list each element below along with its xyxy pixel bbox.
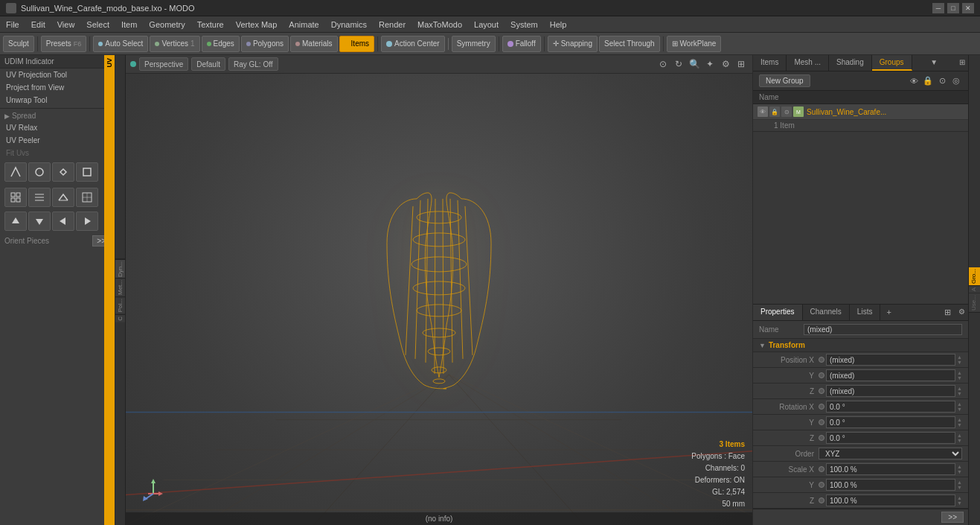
rot-x-up[interactable]: ▲: [957, 401, 962, 407]
pos-x-down[interactable]: ▼: [957, 360, 962, 365]
materials-button[interactable]: Materials: [290, 36, 338, 52]
pt-expand-btn[interactable]: ⊞: [940, 305, 955, 320]
edges-button[interactable]: Edges: [202, 36, 240, 52]
order-select[interactable]: XYZ: [819, 448, 962, 459]
menu-help[interactable]: Help: [544, 16, 573, 32]
window-controls[interactable]: ─ □ ✕: [932, 3, 974, 13]
strip-label-pol[interactable]: Pol...: [115, 296, 125, 314]
scale-z-up[interactable]: ▲: [957, 495, 962, 500]
rotation-y-input[interactable]: [826, 416, 955, 428]
group-item-carafe[interactable]: 👁 🔒 ⊙ M Sullivan_Wine_Carafe...: [753, 104, 968, 120]
menu-animate[interactable]: Animate: [283, 16, 324, 32]
transform-section[interactable]: ▼ Transform: [753, 339, 968, 352]
menu-edit[interactable]: Edit: [25, 16, 51, 32]
minimize-button[interactable]: ─: [932, 3, 944, 13]
rot-z-up[interactable]: ▲: [957, 433, 962, 438]
menu-system[interactable]: System: [505, 16, 544, 32]
zoom-icon[interactable]: 🔍: [688, 57, 701, 71]
gi-lock-icon[interactable]: 🔒: [769, 106, 780, 117]
tool-btn-1[interactable]: [4, 162, 27, 182]
grid-btn-3[interactable]: [52, 188, 74, 207]
presets-button[interactable]: Presets F6: [41, 36, 86, 52]
menu-view[interactable]: View: [51, 16, 81, 32]
uv-peeler[interactable]: UV Peeler: [0, 134, 115, 147]
menu-select[interactable]: Select: [80, 16, 115, 32]
scale-z-dot[interactable]: [819, 497, 824, 503]
pt-properties[interactable]: Properties: [753, 305, 803, 320]
settings-icon[interactable]: ⚙: [719, 57, 732, 71]
eye-icon[interactable]: 👁: [908, 75, 920, 87]
menu-maxtomode[interactable]: MaxToModo: [411, 16, 468, 32]
tool-btn-3[interactable]: [52, 162, 74, 182]
gi-eye-icon[interactable]: 👁: [758, 106, 768, 117]
rotation-x-input[interactable]: [826, 401, 955, 413]
scale-y-dot[interactable]: [819, 482, 824, 488]
pt-add-btn[interactable]: +: [880, 305, 897, 320]
maximize-button[interactable]: □: [947, 3, 959, 13]
position-y-dot[interactable]: [819, 372, 824, 378]
rotation-y-dot[interactable]: [819, 419, 824, 425]
polygons-button[interactable]: Polygons: [241, 36, 289, 52]
arrow-right-btn[interactable]: [76, 211, 98, 231]
new-group-button[interactable]: New Group: [759, 74, 810, 87]
action-center-button[interactable]: Action Center: [381, 36, 445, 52]
uv-projection-tool[interactable]: UV Projection Tool: [0, 69, 115, 81]
position-z-dot[interactable]: [819, 388, 824, 394]
scale-z-input[interactable]: [826, 494, 955, 506]
rot-z-down[interactable]: ▼: [957, 438, 962, 443]
rot-x-down[interactable]: ▼: [957, 407, 962, 412]
viewport[interactable]: Perspective Default Ray GL: Off ⊙ ↻ 🔍 ✦ …: [126, 55, 752, 525]
scale-x-up[interactable]: ▲: [957, 464, 962, 469]
perspective-button[interactable]: Perspective: [139, 57, 188, 71]
strip-label-dyn[interactable]: Dyn...: [115, 259, 125, 279]
menu-file[interactable]: File: [0, 16, 25, 32]
panel-expand-btn[interactable]: ⊞: [956, 55, 968, 71]
arrow-left-btn[interactable]: [52, 211, 74, 231]
viewport-canvas[interactable]: 3 Items Polygons : Face Channels: 0 Defo…: [126, 74, 752, 525]
tab-expand[interactable]: ▼: [926, 55, 942, 71]
light-icon[interactable]: ✦: [703, 57, 717, 71]
tool-btn-2[interactable]: [28, 162, 51, 182]
gi-mesh-icon[interactable]: M: [793, 106, 804, 117]
spread-section[interactable]: ▶ Spread: [0, 110, 115, 121]
symmetry-button[interactable]: Symmetry: [452, 36, 496, 52]
lock-icon[interactable]: 🔒: [922, 75, 934, 87]
auto-select-button[interactable]: Auto Select: [93, 36, 148, 52]
position-y-input[interactable]: [826, 369, 955, 381]
rotate-icon[interactable]: ↻: [672, 57, 685, 71]
arrow-up-btn[interactable]: [4, 211, 27, 231]
menu-layout[interactable]: Layout: [468, 16, 505, 32]
strip-label-c[interactable]: C: [115, 314, 125, 322]
expand-viewport-icon[interactable]: ⊞: [734, 57, 748, 71]
unwrap-tool[interactable]: Unwrap Tool: [0, 94, 115, 106]
rotation-z-input[interactable]: [826, 432, 955, 444]
rss-use[interactable]: Use...: [969, 293, 980, 313]
position-x-input[interactable]: [826, 354, 955, 366]
solo-icon[interactable]: ◎: [950, 75, 962, 87]
fit-uvs[interactable]: Fit Uvs: [0, 147, 115, 159]
select-through-button[interactable]: Select Through: [599, 36, 660, 52]
menu-vertex-map[interactable]: Vertex Map: [230, 16, 284, 32]
items-button[interactable]: Items: [339, 36, 374, 52]
gi-render-icon[interactable]: ⊙: [781, 106, 792, 117]
rss-a[interactable]: A: [969, 286, 980, 293]
pos-y-up[interactable]: ▲: [957, 370, 962, 375]
menu-dynamics[interactable]: Dynamics: [325, 16, 373, 32]
sculpt-button[interactable]: Sculpt: [3, 36, 34, 52]
falloff-button[interactable]: Falloff: [502, 36, 541, 52]
pt-channels[interactable]: Channels: [803, 305, 850, 320]
project-from-view[interactable]: Project from View: [0, 81, 115, 94]
scale-y-down[interactable]: ▼: [957, 485, 962, 490]
pos-y-down[interactable]: ▼: [957, 375, 962, 381]
uv-relax[interactable]: UV Relax: [0, 121, 115, 134]
rotation-z-dot[interactable]: [819, 435, 824, 441]
name-input[interactable]: [804, 324, 962, 335]
rot-y-up[interactable]: ▲: [957, 417, 962, 422]
scale-x-down[interactable]: ▼: [957, 469, 962, 474]
scale-y-up[interactable]: ▲: [957, 480, 962, 485]
pos-z-up[interactable]: ▲: [957, 386, 962, 391]
tool-btn-4[interactable]: [76, 162, 98, 182]
pt-lists[interactable]: Lists: [850, 305, 881, 320]
tab-shading[interactable]: Shading: [829, 55, 872, 71]
pos-z-down[interactable]: ▼: [957, 391, 962, 396]
